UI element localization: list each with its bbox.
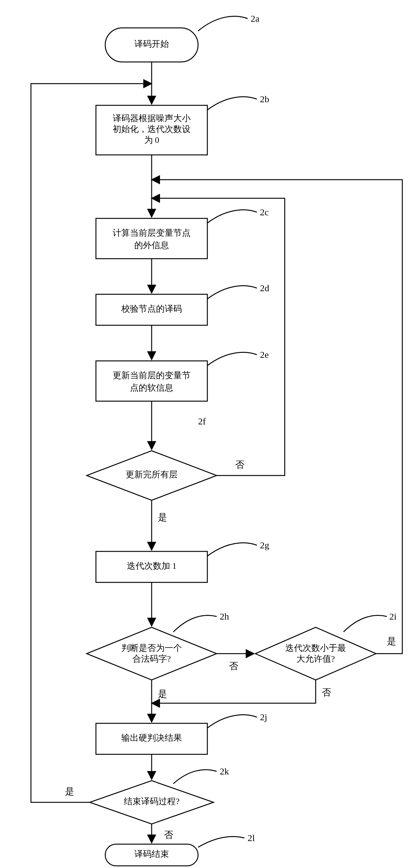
valid-line1: 判断是否为一个	[121, 643, 182, 653]
init-line1: 译码器根据噪声大小	[113, 113, 191, 123]
start-tag: 2a	[251, 13, 260, 24]
all-layers-label: 更新完所有层	[126, 470, 178, 479]
output-label: 输出硬判决结果	[121, 733, 182, 743]
all-layers-tag: 2f	[198, 416, 206, 426]
iter-no: 否	[322, 687, 331, 697]
node-update-soft: 更新当前层的变量节 点的软信息 2e	[96, 349, 269, 401]
endq-label: 结束译码过程?	[124, 797, 179, 806]
calc-tag: 2c	[260, 207, 269, 217]
all-layers-no: 否	[235, 459, 244, 470]
check-label: 校验节点的译码	[121, 304, 182, 313]
init-line3: 为 0	[144, 135, 160, 145]
svg-marker-8	[87, 627, 217, 680]
svg-rect-2	[96, 218, 207, 259]
endq-no: 否	[164, 830, 173, 840]
inc-label: 迭代次数加 1	[127, 561, 177, 570]
end-label: 译码结束	[134, 849, 169, 859]
endq-yes: 是	[65, 786, 74, 797]
edge-alllayers-no	[152, 198, 285, 475]
inc-tag: 2g	[260, 540, 269, 550]
node-iter-lt-max: 迭代次数小于最 大允许值? 2i	[255, 611, 396, 680]
update-line2: 点的软信息	[130, 383, 173, 393]
output-tag: 2j	[260, 712, 267, 722]
node-output-hard: 输出硬判决结果 2j	[96, 712, 267, 754]
edge-endq-yes	[31, 84, 152, 802]
iter-yes: 是	[387, 636, 396, 646]
check-tag: 2d	[260, 283, 269, 293]
iter-line1: 迭代次数小于最	[285, 643, 346, 653]
node-inc-iter: 迭代次数加 1 2g	[96, 540, 269, 582]
svg-marker-9	[255, 627, 376, 680]
init-tag: 2b	[260, 94, 269, 104]
node-end-decode-q: 结束译码过程?	[90, 781, 213, 824]
start-label: 译码开始	[134, 39, 169, 49]
valid-no: 否	[229, 661, 238, 671]
edge-iter-no	[152, 680, 316, 703]
valid-line2: 合法码字?	[133, 654, 171, 663]
svg-rect-4	[96, 361, 207, 401]
node-check-decode: 校验节点的译码 2d	[96, 283, 269, 325]
iter-tag: 2i	[389, 611, 396, 621]
calc-line1: 计算当前层变量节点	[113, 228, 191, 238]
node-all-layers: 更新完所有层	[87, 451, 217, 500]
node-init: 译码器根据噪声大小 初始化，迭代次数设 为 0 2b	[96, 94, 269, 155]
endq-tag: 2k	[220, 766, 229, 776]
valid-yes: 是	[158, 689, 167, 699]
all-layers-yes: 是	[158, 512, 167, 522]
iter-line2: 大允许值?	[297, 654, 335, 663]
init-line2: 初始化，迭代次数设	[113, 124, 191, 134]
node-start: 译码开始 2a	[105, 13, 260, 62]
end-tag: 2l	[248, 833, 255, 843]
update-tag: 2e	[260, 349, 269, 360]
valid-tag: 2h	[220, 611, 229, 621]
node-end: 译码结束 2l	[105, 833, 255, 866]
node-valid-code: 判断是否为一个 合法码字?	[87, 627, 217, 680]
calc-line2: 的外信息	[134, 240, 169, 250]
node-calc-ext: 计算当前层变量节点 的外信息 2c	[96, 207, 269, 259]
update-line1: 更新当前层的变量节	[113, 371, 191, 380]
